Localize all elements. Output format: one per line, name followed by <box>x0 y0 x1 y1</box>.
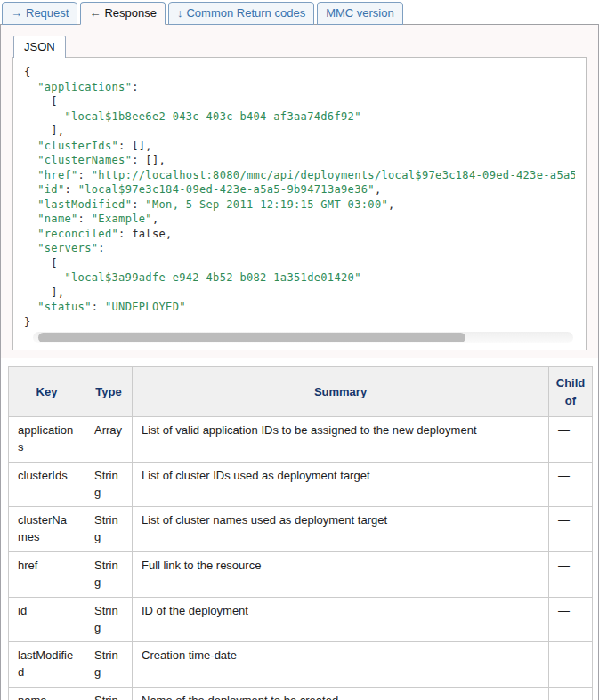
column-header-key: Key <box>9 367 85 417</box>
fields-table: Key Type Summary Child of applications A… <box>8 366 593 700</box>
table-row-clusterids: clusterIds String List of cluster IDs us… <box>9 462 593 507</box>
cell-summary: Name of the deployment to be created <box>133 688 549 700</box>
tab-common-return-codes[interactable]: ↓Common Return codes <box>168 2 314 25</box>
column-header-child-of: Child of <box>549 367 593 417</box>
response-content-section: JSON { "applications": [ "local$1b8ee6e2… <box>0 24 599 700</box>
cell-summary: List of cluster names used as deployment… <box>133 507 549 552</box>
cell-child-of: — <box>549 417 593 463</box>
table-row-clusternames: clusterNames String List of cluster name… <box>9 507 593 552</box>
cell-type: String <box>85 642 133 688</box>
tab-mmc-version[interactable]: MMC version <box>317 2 403 25</box>
cell-type: String <box>85 597 133 642</box>
table-row-id: id String ID of the deployment — <box>9 597 593 642</box>
cell-key: lastModified <box>9 642 85 688</box>
table-row-lastmodified: lastModified String Creation time-date — <box>9 642 593 688</box>
left-arrow-icon: ← <box>89 6 101 20</box>
cell-key: name <box>9 688 85 700</box>
cell-summary: List of valid application IDs to be assi… <box>133 417 549 463</box>
table-header-row: Key Type Summary Child of <box>9 367 593 417</box>
cell-child-of: — <box>549 642 593 688</box>
cell-child-of: — <box>549 597 593 642</box>
table-row-name: name String Name of the deployment to be… <box>9 688 593 700</box>
cell-key: clusterNames <box>9 507 85 552</box>
cell-key: clusterIds <box>9 462 85 507</box>
json-code-text: { "applications": [ "local$1b8ee6e2-043c… <box>24 65 575 327</box>
cell-child-of: — <box>549 552 593 598</box>
cell-type: Array <box>85 417 133 463</box>
tab-label: MMC version <box>326 6 394 20</box>
tab-label: Common Return codes <box>186 6 305 20</box>
code-horizontal-scrollbar[interactable] <box>33 332 573 343</box>
tab-label: Request <box>26 6 69 20</box>
cell-child-of: — <box>549 507 593 552</box>
column-header-type: Type <box>85 367 133 417</box>
table-row-href: href String Full link to the resource — <box>9 552 593 598</box>
code-scrollbar-thumb[interactable] <box>38 333 465 342</box>
cell-child-of: — <box>549 688 593 700</box>
table-row-applications: applications Array List of valid applica… <box>9 417 593 463</box>
tab-label: Response <box>104 6 157 20</box>
cell-type: String <box>85 688 133 700</box>
cell-child-of: — <box>549 462 593 507</box>
cell-summary: Creation time-date <box>133 642 549 688</box>
json-response-panel: JSON { "applications": [ "local$1b8ee6e2… <box>1 24 598 358</box>
down-arrow-icon: ↓ <box>177 6 183 20</box>
cell-summary: ID of the deployment <box>133 597 549 642</box>
cell-key: href <box>9 552 85 598</box>
tab-json[interactable]: JSON <box>13 36 66 58</box>
api-doc-page: →Request ←Response ↓Common Return codes … <box>0 0 599 700</box>
cell-summary: Full link to the resource <box>133 552 549 598</box>
cell-type: String <box>85 507 133 552</box>
tab-request[interactable]: →Request <box>2 2 77 25</box>
cell-type: String <box>85 462 133 507</box>
cell-key: id <box>9 597 85 642</box>
right-arrow-icon: → <box>11 6 22 20</box>
cell-type: String <box>85 552 133 598</box>
section-tabbar: →Request ←Response ↓Common Return codes … <box>0 0 599 25</box>
cell-key: applications <box>9 417 85 463</box>
tab-response[interactable]: ←Response <box>80 2 166 25</box>
column-header-summary: Summary <box>133 367 549 417</box>
json-code-block: { "applications": [ "local$1b8ee6e2-043c… <box>12 57 587 350</box>
cell-summary: List of cluster IDs used as deployment t… <box>133 462 549 507</box>
